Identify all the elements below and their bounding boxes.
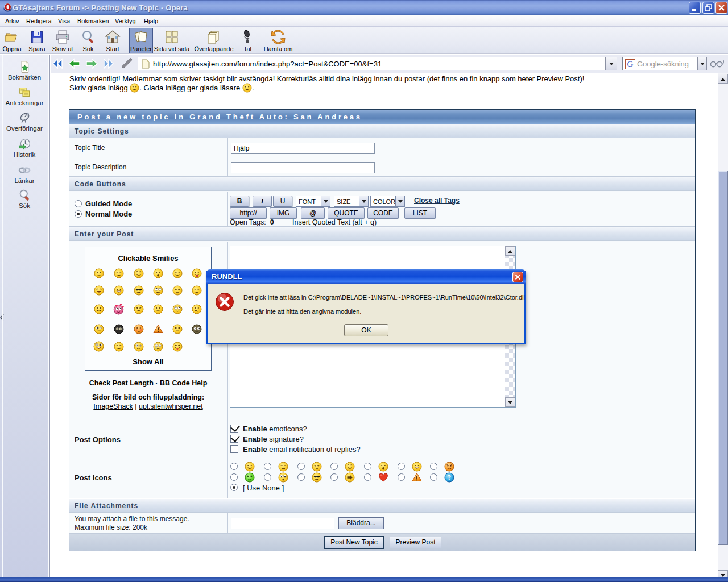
svg-text:G: G (627, 60, 634, 69)
